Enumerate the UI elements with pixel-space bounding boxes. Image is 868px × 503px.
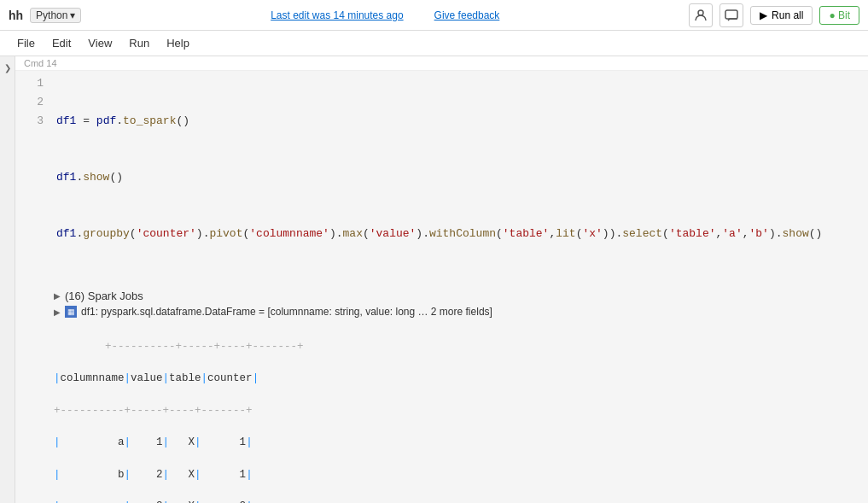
run-all-label: Run all: [772, 9, 803, 21]
menu-file[interactable]: File: [9, 33, 44, 53]
sidebar-toggle[interactable]: ❯: [0, 56, 15, 503]
last-edit-link[interactable]: Last edit was 14 minutes ago: [271, 9, 403, 21]
spark-jobs-label: (16) Spark Jobs: [65, 290, 143, 302]
spark-jobs-row[interactable]: ▶ (16) Spark Jobs: [54, 288, 859, 304]
code-cell: 1 2 3 df1 = pdf.to_spark() df1.show() df…: [15, 71, 868, 284]
menu-run[interactable]: Run: [120, 33, 158, 53]
run-icon: ▶: [760, 9, 767, 21]
bit-button[interactable]: ● Bit: [819, 6, 859, 25]
comment-icon: [725, 9, 738, 22]
svg-point-0: [698, 10, 703, 15]
user-icon: [694, 9, 708, 22]
svg-rect-1: [725, 10, 737, 19]
python-label: Python: [36, 9, 67, 21]
comment-icon-btn[interactable]: [719, 3, 743, 27]
df-info-text: df1: pyspark.sql.dataframe.DataFrame = […: [81, 306, 492, 318]
menu-edit[interactable]: Edit: [44, 33, 79, 53]
menu-help[interactable]: Help: [158, 33, 198, 53]
df-info-row[interactable]: ▶ ▦ df1: pyspark.sql.dataframe.DataFrame…: [54, 304, 859, 319]
sidebar-arrow-icon: ❯: [4, 63, 11, 73]
menu-view[interactable]: View: [79, 33, 120, 53]
code-content[interactable]: df1 = pdf.to_spark() df1.show() df1.grou…: [52, 74, 868, 281]
give-feedback-link[interactable]: Give feedback: [434, 9, 500, 21]
bit-label: ● Bit: [829, 9, 850, 21]
run-all-button[interactable]: ▶ Run all: [750, 6, 813, 25]
df-triangle-icon: ▶: [54, 307, 61, 317]
table1-output: +----------+-----+----+-------+ |columnn…: [54, 319, 859, 503]
line-numbers: 1 2 3: [18, 74, 52, 281]
df-icon: ▦: [65, 306, 77, 318]
output-area: ▶ (16) Spark Jobs ▶ ▦ df1: pyspark.sql.d…: [15, 284, 868, 503]
app-title: hh: [9, 9, 23, 22]
triangle-icon: ▶: [54, 291, 61, 301]
user-icon-btn[interactable]: [689, 3, 713, 27]
dropdown-icon: ▾: [70, 9, 75, 21]
python-dropdown[interactable]: Python ▾: [30, 8, 81, 23]
cmd-label: Cmd 14: [15, 56, 868, 71]
